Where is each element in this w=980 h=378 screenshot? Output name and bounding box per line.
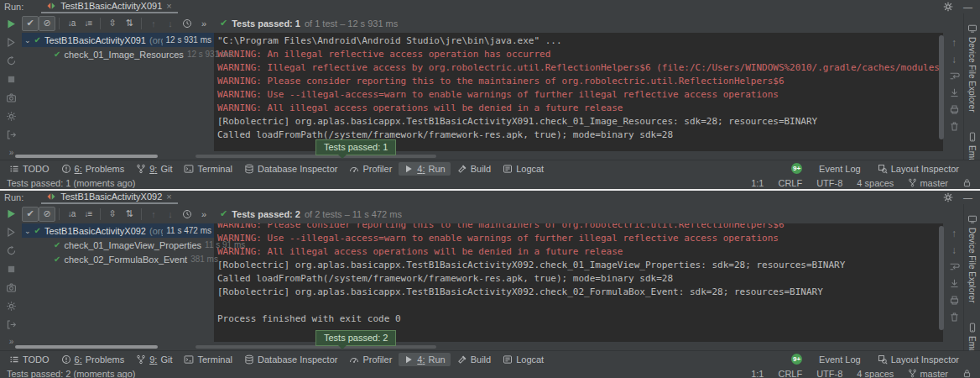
scroll-to-end-button[interactable] — [949, 278, 960, 289]
git-branch-widget[interactable]: master — [908, 178, 948, 188]
console-vertical-scrollbar[interactable] — [939, 35, 944, 139]
gear-icon[interactable] — [943, 192, 953, 202]
tool-window-button[interactable]: 9 Git — [131, 162, 177, 176]
hide-window-button[interactable] — [5, 318, 17, 330]
tool-window-button[interactable]: 4 Run — [399, 353, 450, 366]
test-suite-row[interactable]: ⌄ ✔ TestB1BasicActivityX092 (org.aplas.t… — [22, 223, 214, 238]
tool-window-button[interactable]: Logcat — [498, 353, 549, 366]
hide-window-button[interactable] — [5, 129, 17, 140]
caret-position[interactable]: 1:1 — [751, 369, 764, 378]
console-vertical-scrollbar[interactable] — [939, 226, 944, 330]
down-stack-trace-button[interactable]: ↓ — [949, 54, 960, 65]
git-branch-widget[interactable]: master — [908, 369, 948, 378]
tool-window-button[interactable]: Build — [452, 162, 496, 176]
test-history-button[interactable] — [179, 16, 195, 31]
caret-position[interactable]: 1:1 — [751, 178, 764, 188]
tool-window-button[interactable]: Layout Inspector — [873, 162, 964, 176]
tool-window-button[interactable]: Profiler — [344, 353, 397, 366]
test-history-button[interactable] — [179, 207, 195, 222]
test-row[interactable]: ✔ check_02_FormulaBox_Event 381 ms — [22, 252, 214, 266]
previous-occurrence-button[interactable]: ↑ — [145, 16, 162, 31]
tree-horizontal-scrollbar[interactable] — [15, 155, 158, 158]
settings-button[interactable] — [5, 110, 17, 122]
show-passed-toggle[interactable]: ✔ — [22, 207, 39, 222]
show-ignored-toggle[interactable]: ⊘ — [39, 16, 55, 31]
rerun-failed-tests-button[interactable] — [5, 227, 17, 239]
next-occurrence-button[interactable]: ↓ — [162, 16, 179, 31]
tool-window-button[interactable]: 9+ Event Log — [786, 352, 866, 366]
tool-window-button[interactable]: Build — [452, 353, 496, 366]
close-tab-icon[interactable]: × — [166, 192, 171, 202]
up-stack-trace-button[interactable]: ↑ — [949, 37, 960, 48]
more-actions-icon[interactable]: » — [195, 16, 212, 31]
settings-button[interactable] — [5, 300, 17, 312]
run-tab[interactable]: TestB1BasicActivityX092 × — [41, 191, 178, 204]
run-tab[interactable]: TestB1BasicActivityX091 × — [41, 0, 178, 13]
tool-window-button[interactable]: 6 Problems — [56, 353, 130, 366]
minimize-icon[interactable]: — — [963, 193, 972, 202]
test-row[interactable]: ✔ check_01_Image_Resources 12 s 931 ms — [22, 47, 214, 61]
test-row[interactable]: ✔ check_01_ImageView_Properties 11 s 91 … — [22, 238, 214, 252]
sort-by-duration-button[interactable]: ↓≡ — [80, 16, 96, 31]
print-button[interactable] — [949, 295, 960, 306]
sort-alphabetically-button[interactable]: ↓a — [63, 16, 80, 31]
clear-all-button[interactable] — [949, 312, 960, 323]
tool-window-button[interactable]: Logcat — [498, 162, 549, 176]
collapse-all-button[interactable]: ⇅ — [121, 207, 138, 222]
side-tab[interactable]: Device File Explorer — [967, 214, 977, 302]
tool-window-button[interactable]: Profiler — [344, 162, 397, 176]
screenshot-button[interactable] — [5, 281, 17, 293]
scroll-to-end-button[interactable] — [949, 87, 960, 98]
encoding[interactable]: UTF-8 — [816, 178, 842, 188]
up-stack-trace-button[interactable]: ↑ — [949, 228, 960, 239]
minimize-icon[interactable]: — — [963, 3, 972, 12]
rerun-failed-tests-button[interactable] — [5, 36, 17, 48]
tool-window-button[interactable]: 9 Git — [131, 353, 177, 366]
indent-style[interactable]: 4 spaces — [857, 178, 894, 188]
more-actions-icon[interactable]: » — [195, 207, 212, 222]
soft-wrap-button[interactable] — [949, 71, 960, 81]
line-ending[interactable]: CRLF — [778, 369, 802, 378]
clear-all-button[interactable] — [949, 121, 960, 132]
rerun-button[interactable] — [5, 208, 17, 220]
test-suite-row[interactable]: ⌄ ✔ TestB1BasicActivityX091 (org.aplas.t… — [22, 33, 214, 47]
stop-button[interactable] — [5, 73, 17, 85]
tool-window-button[interactable]: Terminal — [179, 162, 237, 176]
sort-by-duration-button[interactable]: ↓≡ — [80, 207, 96, 222]
tool-window-button[interactable]: 6 Problems — [56, 162, 130, 176]
tool-window-button[interactable]: Layout Inspector — [873, 353, 964, 366]
console-output[interactable]: "C:\Program Files\Android\Android Studio… — [214, 33, 943, 151]
restore-layout-button[interactable] — [5, 55, 17, 66]
indent-style[interactable]: 4 spaces — [857, 369, 894, 378]
expand-all-button[interactable]: ⇳ — [104, 16, 121, 31]
down-stack-trace-button[interactable]: ↓ — [949, 244, 960, 255]
next-occurrence-button[interactable]: ↓ — [162, 207, 179, 222]
tree-horizontal-scrollbar[interactable] — [15, 345, 158, 349]
side-tab[interactable]: Device File Explorer — [967, 24, 977, 112]
tool-window-button[interactable]: TODO — [4, 162, 55, 176]
tool-window-button[interactable]: Database Inspector — [239, 162, 342, 176]
screenshot-button[interactable] — [5, 92, 17, 103]
show-passed-toggle[interactable]: ✔ — [22, 16, 39, 31]
stop-button[interactable] — [5, 264, 17, 276]
restore-layout-button[interactable] — [5, 245, 17, 257]
collapse-all-button[interactable]: ⇅ — [121, 16, 138, 31]
soft-wrap-button[interactable] — [949, 261, 960, 272]
print-button[interactable] — [949, 104, 960, 115]
encoding[interactable]: UTF-8 — [816, 369, 842, 378]
chevron-down-icon[interactable]: ⌄ — [24, 36, 31, 45]
sort-alphabetically-button[interactable]: ↓a — [63, 207, 80, 222]
expand-all-button[interactable]: ⇳ — [104, 207, 121, 222]
tool-window-button[interactable]: TODO — [4, 353, 55, 366]
more-chevron-icon[interactable]: » — [9, 337, 13, 346]
gear-icon[interactable] — [943, 2, 953, 12]
show-ignored-toggle[interactable]: ⊘ — [39, 207, 55, 222]
more-chevron-icon[interactable]: » — [9, 148, 13, 157]
chevron-down-icon[interactable]: ⌄ — [24, 227, 31, 235]
previous-occurrence-button[interactable]: ↑ — [145, 207, 162, 222]
console-output[interactable]: WARNING: Please consider reporting this … — [214, 223, 943, 342]
rerun-button[interactable] — [5, 18, 17, 29]
tool-window-button[interactable]: 4 Run — [399, 162, 450, 176]
line-ending[interactable]: CRLF — [778, 178, 802, 188]
close-tab-icon[interactable]: × — [166, 1, 171, 11]
